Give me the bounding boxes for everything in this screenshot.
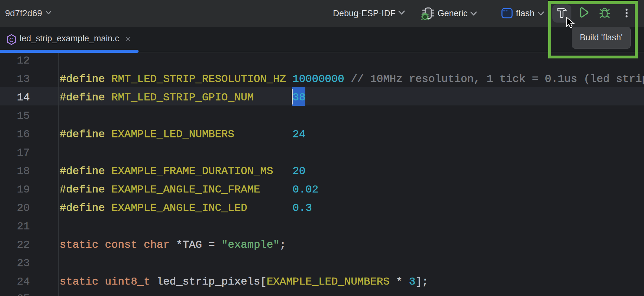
svg-text:C: C [9,37,14,43]
